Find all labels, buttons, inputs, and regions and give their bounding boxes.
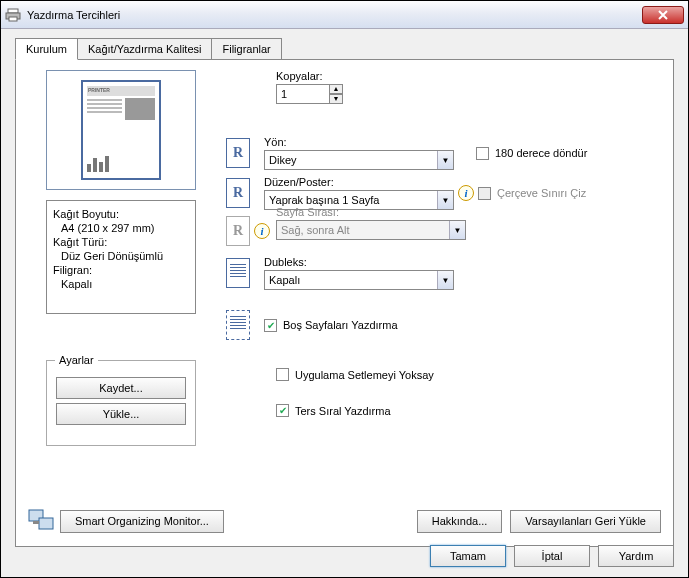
close-button[interactable] <box>642 6 684 24</box>
draw-frame-checkbox <box>478 187 491 200</box>
tab-bar: Kurulum Kağıt/Yazdırma Kalitesi Filigran… <box>15 37 688 59</box>
monitor-icon <box>28 508 54 534</box>
orientation-label: Yön: <box>264 136 454 148</box>
svg-rect-2 <box>9 17 17 21</box>
paper-size-label: Kağıt Boyutu: <box>53 207 189 221</box>
save-button[interactable]: Kaydet... <box>56 377 186 399</box>
restore-defaults-button[interactable]: Varsayılanları Geri Yükle <box>510 510 661 533</box>
svg-rect-5 <box>33 521 39 524</box>
paper-type-label: Kağıt Türü: <box>53 235 189 249</box>
svg-rect-0 <box>8 9 18 13</box>
page-order-label: Sayfa Sırası: <box>276 206 466 218</box>
page-preview: PRINTER <box>46 70 196 190</box>
window-title: Yazdırma Tercihleri <box>27 9 642 21</box>
blank-pages-icon <box>226 310 250 340</box>
dialog-buttons: Tamam İptal Yardım <box>430 545 674 567</box>
load-button[interactable]: Yükle... <box>56 403 186 425</box>
tab-paper-quality[interactable]: Kağıt/Yazdırma Kalitesi <box>77 38 213 60</box>
smart-monitor-button[interactable]: Smart Organizing Monitor... <box>60 510 224 533</box>
ignore-collate-label: Uygulama Setlemeyi Yoksay <box>295 369 434 381</box>
skip-blank-checkbox[interactable]: ✔ <box>264 319 277 332</box>
help-button[interactable]: Yardım <box>598 545 674 567</box>
page-order-select: Sağ, sonra Alt <box>276 220 466 240</box>
reverse-order-checkbox[interactable]: ✔ <box>276 404 289 417</box>
layout-icon: R <box>226 178 250 208</box>
layout-label: Düzen/Poster: <box>264 176 454 188</box>
orientation-icon: R <box>226 138 250 168</box>
duplex-select[interactable]: Kapalı <box>264 270 454 290</box>
copies-input[interactable] <box>276 84 330 104</box>
reverse-order-label: Ters Sıral Yazdırma <box>295 405 391 417</box>
tab-watermarks[interactable]: Filigranlar <box>211 38 281 60</box>
duplex-label: Dubleks: <box>264 256 454 268</box>
draw-frame-label: Çerçeve Sınırı Çiz <box>497 187 586 199</box>
paper-type-value: Düz Geri Dönüşümlü <box>61 249 189 263</box>
paper-size-value: A4 (210 x 297 mm) <box>61 221 189 235</box>
settings-group: Ayarlar Kaydet... Yükle... <box>46 360 196 446</box>
svg-rect-4 <box>39 518 53 529</box>
about-button[interactable]: Hakkında... <box>417 510 503 533</box>
tab-panel-setup: PRINTER Kağıt Boyutu: A4 (210 x 297 mm) … <box>15 59 674 547</box>
cancel-button[interactable]: İptal <box>514 545 590 567</box>
watermark-label: Filigran: <box>53 263 189 277</box>
tab-setup[interactable]: Kurulum <box>15 38 78 60</box>
titlebar: Yazdırma Tercihleri <box>1 1 688 29</box>
copies-spinner[interactable]: ▲▼ <box>329 84 343 104</box>
layout-info-icon[interactable]: i <box>458 185 474 201</box>
watermark-value: Kapalı <box>61 277 189 291</box>
rotate-180-label: 180 derece döndür <box>495 147 587 159</box>
duplex-icon <box>226 258 250 288</box>
settings-legend: Ayarlar <box>55 354 98 366</box>
ok-button[interactable]: Tamam <box>430 545 506 567</box>
orientation-select[interactable]: Dikey <box>264 150 454 170</box>
copies-label: Kopyalar: <box>276 70 322 82</box>
printer-icon <box>5 7 21 23</box>
rotate-180-checkbox[interactable] <box>476 147 489 160</box>
skip-blank-label: Boş Sayfaları Yazdırma <box>283 319 398 331</box>
settings-summary: Kağıt Boyutu: A4 (210 x 297 mm) Kağıt Tü… <box>46 200 196 314</box>
dialog-window: Yazdırma Tercihleri Kurulum Kağıt/Yazdır… <box>0 0 689 578</box>
ignore-collate-checkbox[interactable] <box>276 368 289 381</box>
